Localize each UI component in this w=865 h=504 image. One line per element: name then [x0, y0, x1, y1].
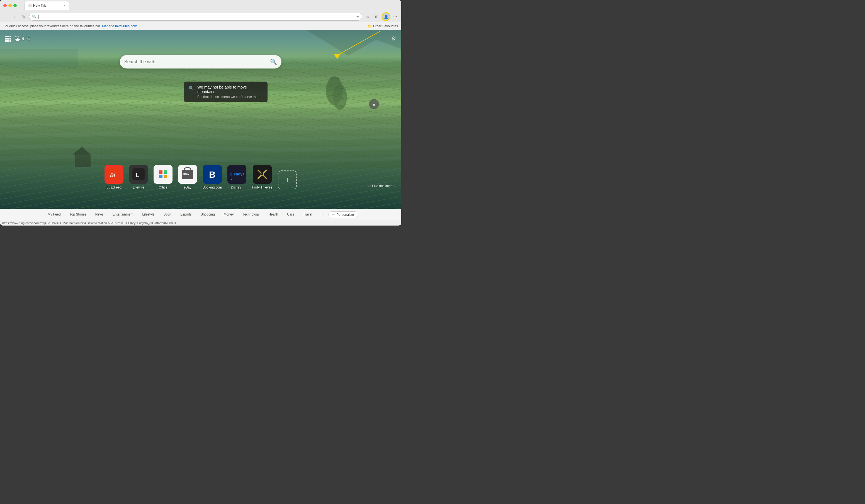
manage-favourites-link[interactable]: Manage favourites now — [102, 24, 137, 28]
svg-text:✦: ✦ — [231, 178, 233, 181]
browser-window: ⬜ New Tab ✕ + ‹ › ↻ 🔍 ★ ☆ ⊞ 👤 ⋯ For quic… — [0, 0, 401, 225]
buzzfeed-label: BuzzFeed — [106, 186, 122, 189]
like-image-button[interactable]: ⤢ Like this image? — [368, 184, 396, 188]
settings-menu-button[interactable]: ⋯ — [391, 13, 399, 21]
tooltip-main-text: We may not be able to move mountains... — [197, 85, 263, 94]
nav-top-stories[interactable]: Top Stories — [65, 209, 91, 220]
image-tooltip: 🔍 We may not be able to move mountains..… — [184, 82, 267, 102]
widget-area: 🌤 9 °C — [5, 35, 30, 42]
title-bar: ⬜ New Tab ✕ + — [0, 0, 401, 11]
address-bar[interactable]: 🔍 ★ — [29, 13, 362, 21]
svg-rect-4 — [75, 154, 91, 167]
nav-my-feed[interactable]: My Feed — [43, 209, 65, 220]
bottom-nav: My Feed Top Stories News Entertainment L… — [0, 209, 401, 220]
scroll-up-button[interactable]: ▲ — [369, 99, 379, 109]
grid-icon[interactable] — [5, 36, 11, 42]
close-button[interactable] — [3, 4, 7, 7]
svg-rect-3 — [17, 56, 72, 67]
nav-money[interactable]: Money — [219, 209, 238, 220]
add-favourite[interactable]: + — [278, 171, 297, 189]
web-search-input[interactable] — [124, 59, 267, 64]
fortythieves-label: Forty Thieves — [252, 186, 272, 189]
nav-cars[interactable]: Cars — [282, 209, 298, 220]
nav-shopping[interactable]: Shopping — [196, 209, 219, 220]
booking-label: Booking.com — [203, 186, 222, 189]
svg-rect-16 — [164, 175, 167, 178]
personalize-button[interactable]: ✏ Personalize — [328, 211, 358, 218]
tooltip-content: We may not be able to move mountains... … — [197, 85, 263, 99]
svg-marker-7 — [334, 54, 341, 59]
nav-technology[interactable]: Technology — [238, 209, 264, 220]
office-label: Office — [159, 186, 168, 189]
svg-text:B!: B! — [110, 173, 115, 178]
svg-text:B: B — [209, 169, 216, 179]
favourite-disney[interactable]: Disney+ ✦ Disney+ — [227, 165, 246, 189]
profile-button[interactable]: 👤 — [382, 13, 390, 21]
disney-icon: Disney+ ✦ — [227, 165, 246, 184]
nav-sport[interactable]: Sport — [159, 209, 176, 220]
back-button[interactable]: ‹ — [2, 13, 10, 20]
nav-news[interactable]: News — [91, 209, 108, 220]
fav-bar-message: For quick access, place your favourites … — [3, 24, 101, 28]
favourite-lifewire[interactable]: L Lifewire — [129, 165, 148, 189]
office-icon — [153, 165, 173, 184]
add-favourite-icon: + — [278, 171, 297, 189]
collections-icon[interactable]: ⊞ — [373, 13, 381, 21]
favorite-icon[interactable]: ★ — [356, 15, 359, 19]
like-image-label: Like this image? — [372, 184, 396, 188]
search-icon: 🔍 — [32, 14, 36, 19]
svg-rect-15 — [159, 175, 162, 178]
active-tab[interactable]: ⬜ New Tab ✕ — [24, 1, 69, 10]
pencil-icon: ✏ — [333, 213, 335, 216]
minimize-button[interactable] — [8, 4, 12, 7]
status-bar: https://www.bing.com/search?q=Sa+Pa%2C+V… — [0, 220, 401, 225]
forward-button[interactable]: › — [11, 13, 19, 20]
personalize-label: Personalize — [336, 213, 354, 216]
new-tab-content: 🌤 9 °C ⚙ 🔍 🔍 We may not be able to move — [0, 30, 401, 209]
favourite-office[interactable]: Office — [153, 165, 173, 189]
nav-actions: ☆ ⊞ 👤 ⋯ — [364, 13, 399, 21]
nav-more-button[interactable]: ⋯ — [316, 213, 325, 216]
search-box[interactable]: 🔍 — [120, 55, 281, 69]
search-submit-icon[interactable]: 🔍 — [270, 58, 277, 65]
lifewire-icon: L — [129, 165, 148, 184]
favourite-booking[interactable]: B Booking.com — [203, 165, 222, 189]
favorites-icon[interactable]: ☆ — [364, 13, 372, 21]
svg-rect-14 — [164, 171, 167, 174]
svg-line-6 — [337, 31, 381, 56]
favourite-buzzfeed[interactable]: B! BuzzFeed — [104, 165, 124, 189]
favourite-ebay[interactable]: eBay eBay — [178, 165, 197, 189]
disney-label: Disney+ — [231, 186, 243, 189]
nav-entertainment[interactable]: Entertainment — [108, 209, 138, 220]
booking-icon: B — [203, 165, 222, 184]
other-favourites-label: Other Favourites — [373, 24, 398, 28]
address-input[interactable] — [38, 14, 355, 19]
search-container: 🔍 — [120, 55, 281, 69]
status-url: https://www.bing.com/search?q=Sa+Pa%2C+V… — [2, 221, 176, 225]
buzzfeed-icon: B! — [104, 165, 124, 184]
favourite-fortythieves[interactable]: Forty Thieves — [252, 165, 272, 189]
refresh-button[interactable]: ↻ — [20, 13, 27, 20]
nav-bar: ‹ › ↻ 🔍 ★ ☆ ⊞ 👤 ⋯ — [0, 11, 401, 22]
ebay-icon: eBay — [178, 165, 197, 184]
lifewire-label: Lifewire — [132, 186, 144, 189]
favourites-grid: B! BuzzFeed L Lifewire — [104, 165, 297, 189]
expand-icon: ⤢ — [368, 184, 371, 188]
nav-lifestyle[interactable]: Lifestyle — [138, 209, 159, 220]
tab-favicon: ⬜ — [28, 4, 32, 7]
favourites-bar: For quick access, place your favourites … — [0, 22, 401, 30]
settings-icon[interactable]: ⚙ — [391, 35, 396, 42]
nav-health[interactable]: Health — [264, 209, 282, 220]
profile-arrow-annotation — [325, 30, 387, 64]
svg-rect-13 — [159, 171, 162, 174]
nav-esports[interactable]: Esports — [176, 209, 196, 220]
tooltip-search-icon[interactable]: 🔍 — [188, 85, 194, 91]
svg-point-1 — [333, 84, 347, 110]
sun-icon: 🌤 — [14, 35, 20, 42]
tab-close-icon[interactable]: ✕ — [63, 4, 66, 7]
new-tab-button[interactable]: + — [70, 2, 78, 10]
weather-widget[interactable]: 🌤 9 °C — [14, 35, 30, 42]
other-favourites[interactable]: 📁 Other Favourites — [368, 24, 398, 28]
nav-travel[interactable]: Travel — [298, 209, 316, 220]
maximize-button[interactable] — [13, 4, 17, 7]
